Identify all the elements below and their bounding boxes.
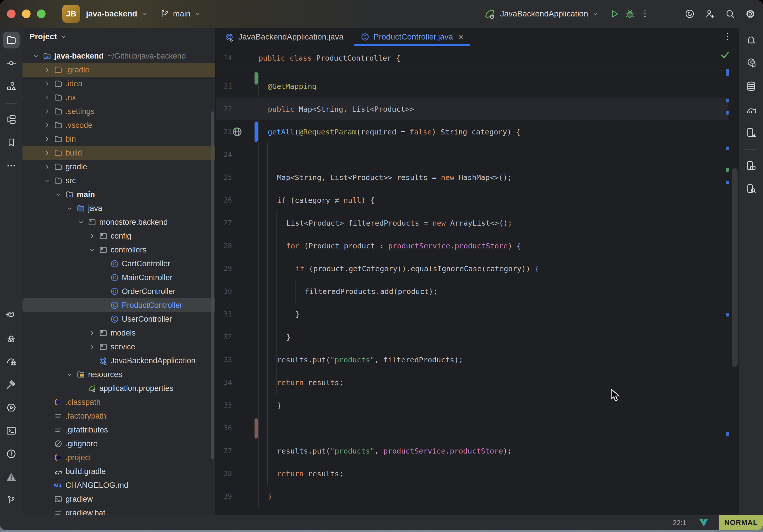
terminal-icon[interactable] xyxy=(3,422,20,439)
code-with-me-button[interactable] xyxy=(705,9,715,19)
tree-chevron-right-icon[interactable] xyxy=(86,343,98,351)
ideavim-icon[interactable] xyxy=(698,517,709,529)
line-number[interactable]: 24 xyxy=(216,151,232,159)
vim-mode-badge[interactable]: NORMAL xyxy=(719,515,763,531)
tab-productcontroller-java[interactable]: CProductController.java× xyxy=(352,28,472,46)
bookmarks-icon[interactable] xyxy=(3,134,20,151)
minimize-window-button[interactable] xyxy=(22,10,31,18)
code-line-34[interactable]: 34return results; xyxy=(216,371,739,394)
line-number[interactable]: 33 xyxy=(216,356,232,364)
code-line-33[interactable]: 33results.put("products", filteredProduc… xyxy=(216,348,739,371)
code-line-35[interactable]: 35} xyxy=(216,394,739,417)
notifications-bell-icon[interactable] xyxy=(743,32,760,49)
stripe-blue-mark[interactable] xyxy=(726,313,729,316)
code-line-25[interactable]: 25Map<String, List<Product>> results = n… xyxy=(216,166,739,189)
hierarchy-icon[interactable] xyxy=(3,111,20,128)
stripe-blue-mark[interactable] xyxy=(726,111,729,115)
more-tools-icon[interactable] xyxy=(3,157,20,174)
tree-item--settings[interactable]: .settings xyxy=(23,104,215,118)
code-line-36[interactable]: 36 xyxy=(216,417,739,439)
inspections-ok-check-icon[interactable] xyxy=(719,49,731,60)
code-line-26[interactable]: 26if (category ≠ null) { xyxy=(216,189,739,211)
branch-widget[interactable]: main xyxy=(160,9,201,19)
project-folder-icon[interactable] xyxy=(3,32,20,49)
tree-item-gradle[interactable]: gradle xyxy=(23,160,215,174)
code-line-24[interactable]: 24 xyxy=(216,143,739,166)
version-control-icon[interactable] xyxy=(3,491,20,508)
line-number[interactable]: 23 xyxy=(216,128,232,136)
tree-item--nx[interactable]: .nx xyxy=(23,91,215,104)
tree-item-main[interactable]: main xyxy=(23,187,215,201)
tree-chevron-right-icon[interactable] xyxy=(41,122,53,129)
tree-chevron-down-icon[interactable] xyxy=(64,205,75,212)
more-run-options-button[interactable] xyxy=(640,9,650,19)
tree-chevron-right-icon[interactable] xyxy=(86,232,98,240)
commit-icon[interactable] xyxy=(3,55,20,71)
sticky-class-header[interactable]: 14public class ProductController { xyxy=(216,46,739,70)
close-window-button[interactable] xyxy=(7,10,16,18)
tree-item-javabackendapplication[interactable]: JavaBackendApplication xyxy=(23,354,215,368)
tree-item-usercontroller[interactable]: CUserController xyxy=(23,312,215,326)
line-number[interactable]: 22 xyxy=(216,105,232,113)
tree-item-java-backend[interactable]: java-backend~/Github/java-backend xyxy=(23,49,215,63)
tree-chevron-right-icon[interactable] xyxy=(41,135,53,143)
project-widget[interactable]: java-backend xyxy=(86,9,148,19)
line-number[interactable]: 35 xyxy=(216,401,232,409)
code-line-27[interactable]: 27List<Product> filteredProducts = new A… xyxy=(216,211,739,234)
tree-item-changelog-md[interactable]: MCHANGELOG.md xyxy=(23,479,215,492)
line-number[interactable]: 36 xyxy=(216,424,232,432)
tree-item-java[interactable]: java xyxy=(23,201,215,215)
tree-item--gitattributes[interactable]: .gitattributes xyxy=(23,423,215,437)
code-line-37[interactable]: 37results.put("products", productService… xyxy=(216,439,739,462)
line-number[interactable]: 31 xyxy=(216,310,232,318)
stripe-blue-mark[interactable] xyxy=(726,432,729,436)
code-line-39[interactable]: 39} xyxy=(216,485,739,508)
line-number[interactable]: 27 xyxy=(216,219,232,227)
device-manager-icon[interactable] xyxy=(743,124,760,141)
stripe-blue-mark[interactable] xyxy=(726,147,729,150)
tree-item--project[interactable]: .project xyxy=(23,451,215,465)
run-button[interactable] xyxy=(609,8,620,19)
tree-item-maincontroller[interactable]: CMainController xyxy=(23,270,215,284)
tree-item-application-properties[interactable]: application.properties xyxy=(23,381,215,395)
tree-chevron-down-icon[interactable] xyxy=(53,191,64,198)
line-number[interactable]: 29 xyxy=(216,265,232,272)
code-line-29[interactable]: 29if (product.getCategory().equalsIgnore… xyxy=(216,257,739,280)
structure-shapes-icon[interactable] xyxy=(3,78,20,95)
tree-chevron-down-icon[interactable] xyxy=(30,52,41,60)
search-everywhere-button[interactable] xyxy=(725,9,735,19)
tree-item-controllers[interactable]: controllers xyxy=(23,243,215,257)
stripe-green-mark[interactable] xyxy=(726,168,729,172)
tree-item-cartcontroller[interactable]: CCartController xyxy=(23,257,215,270)
caret-position[interactable]: 22:1 xyxy=(673,519,686,527)
tree-chevron-right-icon[interactable] xyxy=(41,94,53,101)
line-number[interactable]: 30 xyxy=(216,287,232,295)
close-tab-icon[interactable]: × xyxy=(458,32,464,42)
code-editor[interactable]: 21@GetMapping22public Map<String, List<P… xyxy=(216,70,739,515)
line-number[interactable]: 38 xyxy=(216,470,232,478)
tree-item-build[interactable]: build xyxy=(23,146,215,160)
tab-options-kebab-icon[interactable] xyxy=(722,32,732,42)
project-tree-scrollbar[interactable] xyxy=(211,111,214,459)
tree-chevron-right-icon[interactable] xyxy=(86,329,98,337)
tree-item--gradle[interactable]: .gradle xyxy=(23,63,215,77)
code-line-30[interactable]: 30filteredProducts.add(product); xyxy=(216,280,739,303)
incognito-icon[interactable] xyxy=(3,330,20,347)
line-number[interactable]: 39 xyxy=(216,492,232,500)
tree-item-src[interactable]: src xyxy=(23,174,215,187)
services-icon[interactable] xyxy=(3,399,20,416)
tree-item-models[interactable]: models xyxy=(23,326,215,340)
tree-chevron-right-icon[interactable] xyxy=(41,163,53,170)
tree-item-bin[interactable]: bin xyxy=(23,132,215,146)
rest-endpoint-globe-icon[interactable] xyxy=(231,126,243,138)
stripe-blue-mark[interactable] xyxy=(726,69,729,76)
ai-assistant-icon[interactable] xyxy=(743,55,760,71)
tree-chevron-right-icon[interactable] xyxy=(41,149,53,157)
tree-item-ordercontroller[interactable]: COrderController xyxy=(23,284,215,298)
ai-assistant-button[interactable] xyxy=(685,9,695,19)
tree-item--gitignore[interactable]: .gitignore xyxy=(23,437,215,451)
tree-item--idea[interactable]: .idea xyxy=(23,77,215,91)
tree-item-productcontroller[interactable]: CProductController xyxy=(23,298,215,312)
tree-item-gradlew-bat[interactable]: gradlew.bat xyxy=(23,506,215,515)
database-icon[interactable] xyxy=(743,78,760,95)
